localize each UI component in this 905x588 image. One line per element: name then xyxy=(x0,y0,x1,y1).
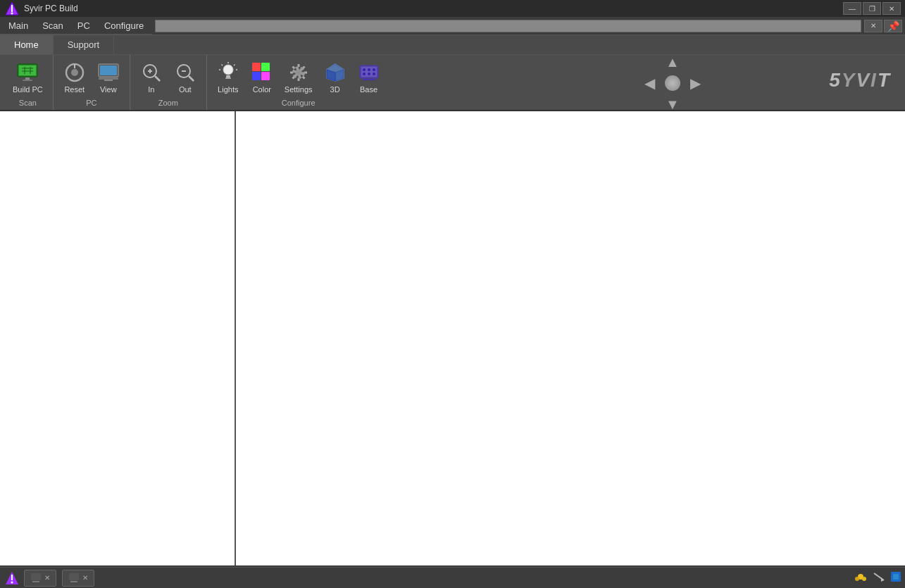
color-icon xyxy=(251,61,273,84)
status-tab-2-close[interactable]: ✕ xyxy=(82,574,88,582)
pc-group-label: PC xyxy=(86,99,96,107)
menu-main[interactable]: Main xyxy=(3,19,34,32)
svg-rect-58 xyxy=(70,581,77,582)
svg-rect-36 xyxy=(261,72,270,80)
color-button[interactable]: Color xyxy=(246,58,277,96)
ribbon-close-button[interactable]: ✕ xyxy=(864,20,882,32)
title-bar: Syvir PC Build — ❐ ✕ xyxy=(0,0,905,17)
svg-line-29 xyxy=(234,65,235,66)
left-panel xyxy=(0,111,236,565)
reset-button[interactable]: Reset xyxy=(59,58,90,96)
build-pc-button[interactable]: Build PC xyxy=(8,58,47,96)
svg-point-49 xyxy=(368,73,370,75)
view-button[interactable]: View xyxy=(93,58,124,96)
settings-label: Settings xyxy=(285,85,313,94)
ribbon-pin-button[interactable]: 📌 xyxy=(884,20,902,32)
svg-point-47 xyxy=(373,68,375,71)
svg-rect-4 xyxy=(19,65,36,75)
3d-label: 3D xyxy=(330,85,340,94)
menu-configure[interactable]: Configure xyxy=(99,19,149,32)
title-bar-text: Syvir PC Build xyxy=(24,4,78,13)
svg-rect-34 xyxy=(261,63,270,71)
svg-point-45 xyxy=(363,68,366,71)
zoom-out-button[interactable]: Out xyxy=(170,58,201,96)
configure-group-label: Configure xyxy=(282,99,316,107)
zoom-in-label: In xyxy=(148,85,154,94)
scan-group-label: Scan xyxy=(19,99,37,107)
nav-right[interactable]: ▶ xyxy=(690,76,701,90)
status-right xyxy=(853,569,902,587)
svg-rect-35 xyxy=(252,72,261,80)
status-tab-1-icon xyxy=(30,572,42,584)
svg-rect-51 xyxy=(363,79,375,80)
view-icon xyxy=(97,61,120,84)
svg-rect-57 xyxy=(69,573,79,580)
svg-rect-10 xyxy=(23,80,32,81)
logo-area: 5YVIT xyxy=(829,69,891,92)
svg-line-24 xyxy=(189,76,194,81)
svg-rect-65 xyxy=(893,574,899,580)
base-button[interactable]: Base xyxy=(354,58,385,96)
status-blue-icon[interactable] xyxy=(890,570,902,585)
ribbon-group-zoom: In Out Zoom xyxy=(130,55,207,110)
3d-button[interactable]: 3D xyxy=(320,58,351,96)
settings-icon xyxy=(287,61,310,84)
status-tab-2-icon xyxy=(68,572,80,584)
right-panel xyxy=(236,111,905,565)
nav-compass[interactable]: ▲ ▼ ◀ ▶ xyxy=(644,55,701,111)
svg-rect-17 xyxy=(104,80,113,81)
address-bar[interactable] xyxy=(155,20,861,32)
app-logo xyxy=(4,1,20,16)
color-label: Color xyxy=(253,85,271,94)
status-tab-1[interactable]: ✕ xyxy=(24,570,56,587)
status-tab-1-close[interactable]: ✕ xyxy=(44,574,50,582)
menu-pc[interactable]: PC xyxy=(72,19,96,32)
svg-point-50 xyxy=(373,73,375,75)
nav-down[interactable]: ▼ xyxy=(666,97,680,111)
svg-rect-16 xyxy=(99,77,118,80)
svg-point-25 xyxy=(223,65,233,75)
zoom-in-icon xyxy=(140,61,163,84)
lights-label: Lights xyxy=(218,85,238,94)
status-tab-2[interactable]: ✕ xyxy=(62,570,94,587)
nav-compass-container: ▲ ▼ ◀ ▶ xyxy=(637,58,708,108)
minimize-button[interactable]: — xyxy=(843,2,861,15)
svg-rect-15 xyxy=(100,65,117,75)
svg-rect-33 xyxy=(252,63,261,71)
nav-center xyxy=(665,75,680,91)
zoom-in-button[interactable]: In xyxy=(136,58,167,96)
3d-icon xyxy=(324,61,347,84)
svg-rect-56 xyxy=(32,581,39,582)
menu-scan[interactable]: Scan xyxy=(37,19,69,32)
tab-support[interactable]: Support xyxy=(54,35,115,54)
base-icon xyxy=(358,61,380,84)
svg-rect-26 xyxy=(226,75,230,77)
nav-left[interactable]: ◀ xyxy=(644,76,655,90)
nav-up[interactable]: ▲ xyxy=(666,55,680,69)
zoom-group-label: Zoom xyxy=(158,99,178,107)
status-page-icon[interactable] xyxy=(3,569,21,587)
svg-rect-9 xyxy=(25,77,30,80)
ribbon-group-pc: Reset View PC xyxy=(54,55,130,110)
svg-line-31 xyxy=(221,65,223,66)
status-bar: ✕ ✕ xyxy=(0,567,905,588)
view-label: View xyxy=(100,85,117,94)
svg-rect-55 xyxy=(31,573,41,580)
ribbon-group-scan: Build PC Scan xyxy=(3,55,54,110)
lights-icon xyxy=(217,61,239,84)
menu-bar: Main Scan PC Configure xyxy=(0,17,152,35)
reset-icon xyxy=(63,61,86,84)
status-arrow-icon[interactable] xyxy=(873,570,885,585)
tab-home[interactable]: Home xyxy=(0,35,54,54)
lights-button[interactable]: Lights xyxy=(213,58,244,96)
svg-point-2 xyxy=(11,13,13,15)
close-button[interactable]: ✕ xyxy=(882,2,901,15)
svg-point-46 xyxy=(368,68,370,71)
settings-button[interactable]: Settings xyxy=(280,58,317,96)
ribbon: Build PC Scan Reset xyxy=(0,55,905,111)
build-pc-icon xyxy=(16,61,39,84)
svg-point-12 xyxy=(71,69,78,76)
build-pc-label: Build PC xyxy=(13,85,43,94)
status-cluster-icon[interactable] xyxy=(853,569,868,587)
maximize-button[interactable]: ❐ xyxy=(863,2,881,15)
